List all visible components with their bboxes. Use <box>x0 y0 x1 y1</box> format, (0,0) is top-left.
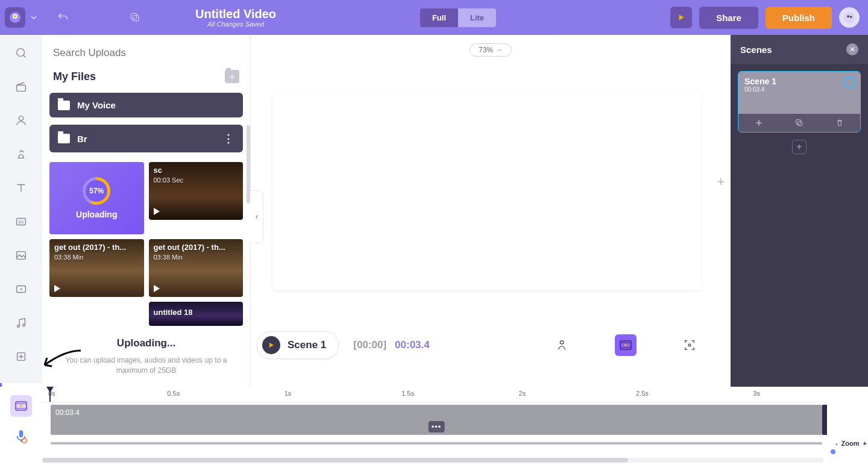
upload-item[interactable]: get out (2017) - th... 03:38 Min <box>49 239 144 297</box>
radio-icon[interactable] <box>11 77 31 96</box>
scene-add-button[interactable] <box>753 117 764 128</box>
app-logo[interactable] <box>5 7 25 28</box>
zoom-out-button[interactable]: - <box>835 440 838 447</box>
timeline-video-track-icon[interactable] <box>10 395 32 417</box>
scene-duplicate-button[interactable] <box>794 117 805 128</box>
search-input[interactable] <box>53 47 239 59</box>
user-avatar[interactable] <box>839 7 860 28</box>
uploading-label: Uploading <box>76 210 117 219</box>
timeline-tracks: 0s 0.5s 1s 1.5s 2s 2.5s 3s 00:03.4 ••• <box>42 387 823 454</box>
folder-icon <box>58 134 70 143</box>
upload-duration: 00:03 Sec <box>154 176 184 184</box>
progress-ring: 57% <box>83 177 110 205</box>
scene-selected-indicator <box>843 76 855 89</box>
add-scene-button[interactable]: + <box>792 140 807 154</box>
uploads-panel: My Files + My Voice Br ⋮ 57% Uploading s… <box>42 35 251 387</box>
svg-point-16 <box>23 324 25 326</box>
secondary-track <box>42 438 823 448</box>
timeline: 0s 0.5s 1s 1.5s 2s 2.5s 3s 00:03.4 ••• -… <box>0 387 868 465</box>
upload-item[interactable]: sc 00:03 Sec <box>149 162 244 220</box>
upload-item[interactable]: get out (2017) - th... 03:38 Min <box>149 239 244 297</box>
undo-icon[interactable] <box>57 11 69 23</box>
stage[interactable] <box>272 92 702 290</box>
zoom-in-button[interactable]: + <box>863 440 867 447</box>
folder-br[interactable]: Br ⋮ <box>49 125 243 152</box>
scene-time: 00:03.4 <box>744 86 854 93</box>
add-folder-button[interactable]: + <box>225 70 239 83</box>
zoom-slider-thumb[interactable] <box>831 449 835 454</box>
uploading-card: 57% Uploading <box>49 162 144 234</box>
svg-point-7 <box>850 16 852 18</box>
publish-button[interactable]: Publish <box>766 7 832 29</box>
image-icon[interactable] <box>11 246 31 265</box>
time-current: [00:00] <box>353 339 386 351</box>
zoom-control: - Zoom + <box>835 440 867 447</box>
upload-item[interactable]: untitled 18 <box>149 302 244 326</box>
scenes-panel: Scenes ✕ Scene 1 00:03.4 + <box>731 35 868 387</box>
progress-percent: 57% <box>86 180 107 202</box>
preview-play-button[interactable] <box>670 7 692 28</box>
title-block: Untitled Video All Changes Saved <box>195 7 276 28</box>
search-icon[interactable] <box>11 43 31 63</box>
focus-tool-icon[interactable] <box>679 334 700 356</box>
folder-label: Br <box>77 134 87 144</box>
time-duration: 00:03.4 <box>395 339 430 351</box>
timeline-leftbar <box>0 387 42 465</box>
svg-point-5 <box>844 12 855 23</box>
scenes-title: Scenes <box>740 45 772 55</box>
text-icon[interactable] <box>11 178 31 198</box>
clip-duration: 00:03.4 <box>55 408 80 417</box>
folder-icon <box>58 101 70 110</box>
add-scene-right-button[interactable]: + <box>714 174 728 189</box>
video-tool-icon[interactable] <box>615 334 637 356</box>
secondary-clip[interactable] <box>51 442 822 445</box>
upload-duration: 03:38 Min <box>54 254 83 261</box>
folder-menu-icon[interactable]: ⋮ <box>223 132 234 145</box>
bg-icon[interactable]: BG <box>11 212 31 231</box>
play-button[interactable] <box>262 336 280 354</box>
copy-icon[interactable] <box>129 11 141 23</box>
folder-my-voice[interactable]: My Voice <box>49 93 243 117</box>
canvas-area: 73% + <box>251 35 731 328</box>
save-status: All Changes Saved <box>195 20 276 28</box>
clip-menu-icon[interactable]: ••• <box>429 421 445 432</box>
video-title[interactable]: Untitled Video <box>195 7 276 21</box>
timeline-mic-icon[interactable] <box>10 425 32 447</box>
character-tool-icon[interactable] <box>551 334 573 356</box>
scrollbar-thumb[interactable] <box>42 458 628 463</box>
timeline-clip[interactable]: 00:03.4 ••• <box>51 405 822 435</box>
timeline-scrollbar[interactable] <box>42 458 823 463</box>
svg-point-10 <box>19 116 23 120</box>
svg-point-22 <box>688 344 691 346</box>
svg-point-2 <box>14 15 16 17</box>
mode-full-button[interactable]: Full <box>420 8 458 27</box>
play-pill: Scene 1 <box>257 331 339 359</box>
video-track: 00:03.4 ••• <box>42 405 823 435</box>
scene-card[interactable]: Scene 1 00:03.4 <box>738 71 861 133</box>
top-bar: Untitled Video All Changes Saved Full Li… <box>0 0 868 35</box>
footer-hint: You can upload images, audios and videos… <box>60 355 232 376</box>
share-button[interactable]: Share <box>699 7 758 29</box>
current-scene-label: Scene 1 <box>288 339 326 351</box>
video-icon[interactable] <box>11 279 31 299</box>
mode-lite-button[interactable]: Lite <box>458 8 496 27</box>
timeline-ruler[interactable]: 0s 0.5s 1s 1.5s 2s 2.5s 3s <box>42 387 823 402</box>
clip-resize-handle[interactable] <box>822 405 827 435</box>
props-icon[interactable] <box>11 145 31 164</box>
zoom-level[interactable]: 73% <box>470 43 512 57</box>
chevron-down-icon[interactable] <box>29 13 39 22</box>
uploads-grid: 57% Uploading sc 00:03 Sec get out (2017… <box>42 156 250 326</box>
music-icon[interactable] <box>11 313 31 332</box>
svg-rect-4 <box>131 13 136 19</box>
scene-delete-button[interactable] <box>834 117 845 128</box>
uploads-search <box>53 47 239 59</box>
tutorial-arrow <box>40 347 82 371</box>
scene-name: Scene 1 <box>744 76 854 86</box>
svg-text:BG: BG <box>18 220 24 224</box>
collapse-panel-button[interactable] <box>250 190 263 243</box>
person-icon[interactable] <box>11 111 31 130</box>
effects-icon[interactable] <box>11 347 31 366</box>
play-icon <box>154 285 160 292</box>
close-icon[interactable]: ✕ <box>846 43 858 55</box>
mode-segmented: Full Lite <box>420 8 496 27</box>
